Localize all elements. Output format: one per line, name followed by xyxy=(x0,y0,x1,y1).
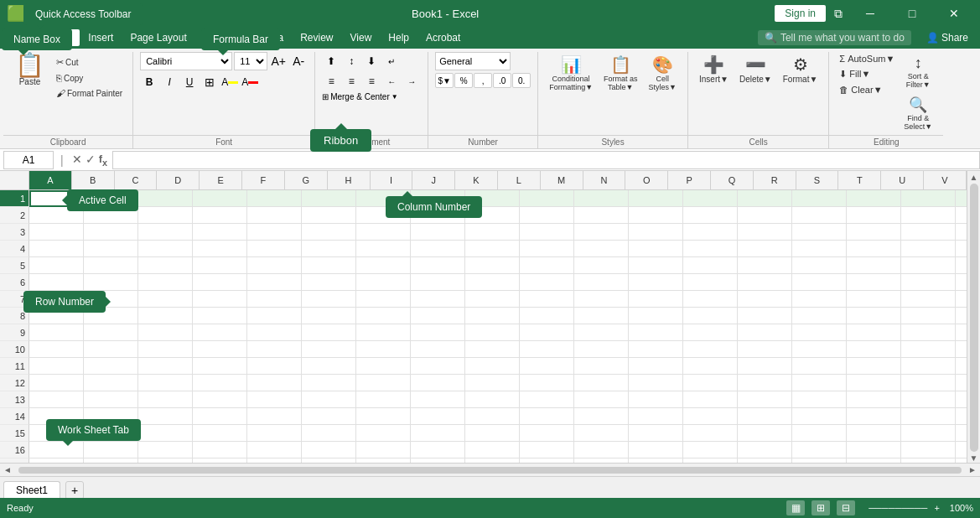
cell-D4[interactable] xyxy=(193,241,247,257)
zoom-plus-button[interactable]: + xyxy=(934,503,939,513)
cell-N11[interactable] xyxy=(738,358,792,375)
page-layout-view-button[interactable]: ⊞ xyxy=(811,500,830,515)
cell-P13[interactable] xyxy=(847,391,901,408)
cell-K12[interactable] xyxy=(574,375,629,391)
formula-input[interactable] xyxy=(112,151,980,169)
horizontal-scrollbar[interactable]: ◄ ► xyxy=(0,463,980,476)
cell-I8[interactable] xyxy=(465,308,520,324)
col-header-G[interactable]: G xyxy=(285,171,328,189)
cell-M8[interactable] xyxy=(683,308,738,324)
cell-K6[interactable] xyxy=(574,274,629,291)
cell-F11[interactable] xyxy=(302,358,356,375)
increase-decimal-button[interactable]: .0 xyxy=(493,73,511,88)
cell-J7[interactable] xyxy=(520,291,574,308)
cell-C6[interactable] xyxy=(138,274,193,291)
cell-B12[interactable] xyxy=(84,375,138,391)
cell-Q8[interactable] xyxy=(901,308,956,324)
fill-color-button[interactable]: A xyxy=(220,73,239,91)
cell-M9[interactable] xyxy=(683,324,738,341)
align-top-button[interactable]: ⬆ xyxy=(322,52,340,70)
scroll-up-button[interactable]: ▲ xyxy=(970,173,978,182)
cell-R16[interactable] xyxy=(956,442,967,458)
cell-M14[interactable] xyxy=(683,408,738,425)
row-number-5[interactable]: 5 xyxy=(0,257,29,274)
conditional-formatting-button[interactable]: 📊 ConditionalFormatting▼ xyxy=(545,52,597,94)
cell-K16[interactable] xyxy=(574,442,629,458)
cell-E12[interactable] xyxy=(247,375,302,391)
row-number-12[interactable]: 12 xyxy=(0,375,29,391)
cell-L13[interactable] xyxy=(629,391,683,408)
col-header-E[interactable]: E xyxy=(200,171,242,189)
cell-A12[interactable] xyxy=(29,375,84,391)
cell-P2[interactable] xyxy=(847,207,901,224)
cell-Q3[interactable] xyxy=(901,224,956,241)
cell-I5[interactable] xyxy=(465,257,520,274)
cell-M11[interactable] xyxy=(683,358,738,375)
cell-O2[interactable] xyxy=(792,207,847,224)
cell-A5[interactable] xyxy=(29,257,84,274)
cell-C14[interactable] xyxy=(138,408,193,425)
cell-L10[interactable] xyxy=(629,341,683,358)
cell-D10[interactable] xyxy=(193,341,247,358)
cell-I10[interactable] xyxy=(465,341,520,358)
cell-G10[interactable] xyxy=(356,341,411,358)
cell-F12[interactable] xyxy=(302,375,356,391)
menu-page-layout[interactable]: Page Layout xyxy=(122,29,194,46)
sort-filter-button[interactable]: ↕ Sort &Filter▼ xyxy=(900,52,936,91)
row-number-3[interactable]: 3 xyxy=(0,224,29,241)
cell-H11[interactable] xyxy=(411,358,465,375)
cell-B11[interactable] xyxy=(84,358,138,375)
cell-H16[interactable] xyxy=(411,442,465,458)
cell-H12[interactable] xyxy=(411,375,465,391)
cell-C3[interactable] xyxy=(138,224,193,241)
cell-G8[interactable] xyxy=(356,308,411,324)
cell-I9[interactable] xyxy=(465,324,520,341)
cell-J8[interactable] xyxy=(520,308,574,324)
row-number-11[interactable]: 11 xyxy=(0,358,29,375)
cell-P5[interactable] xyxy=(847,257,901,274)
cell-R6[interactable] xyxy=(956,274,967,291)
menu-review[interactable]: Review xyxy=(292,29,341,46)
cell-J12[interactable] xyxy=(520,375,574,391)
cell-K3[interactable] xyxy=(574,224,629,241)
cell-L5[interactable] xyxy=(629,257,683,274)
menu-view[interactable]: View xyxy=(342,29,381,46)
cell-H13[interactable] xyxy=(411,391,465,408)
cell-H15[interactable] xyxy=(411,425,465,442)
sheet-tab-sheet1[interactable]: Sheet1 xyxy=(3,481,60,500)
cell-A3[interactable] xyxy=(29,224,84,241)
cell-F3[interactable] xyxy=(302,224,356,241)
row-number-2[interactable]: 2 xyxy=(0,207,29,224)
align-middle-button[interactable]: ↕ xyxy=(342,52,360,70)
cell-Q14[interactable] xyxy=(901,408,956,425)
cell-P6[interactable] xyxy=(847,274,901,291)
cell-D15[interactable] xyxy=(193,425,247,442)
cell-R8[interactable] xyxy=(956,308,967,324)
cell-F5[interactable] xyxy=(302,257,356,274)
cell-L2[interactable] xyxy=(629,207,683,224)
cell-L14[interactable] xyxy=(629,408,683,425)
copy-button[interactable]: ⎘ Copy xyxy=(53,71,126,85)
cell-J14[interactable] xyxy=(520,408,574,425)
cell-N6[interactable] xyxy=(738,274,792,291)
cell-H3[interactable] xyxy=(411,224,465,241)
cell-N12[interactable] xyxy=(738,375,792,391)
cell-N13[interactable] xyxy=(738,391,792,408)
cell-N16[interactable] xyxy=(738,442,792,458)
indent-increase-button[interactable]: → xyxy=(402,72,421,91)
cell-R15[interactable] xyxy=(956,425,967,442)
cell-L12[interactable] xyxy=(629,375,683,391)
cell-K14[interactable] xyxy=(574,408,629,425)
align-right-button[interactable]: ≡ xyxy=(362,72,381,91)
cell-O13[interactable] xyxy=(792,391,847,408)
cell-R13[interactable] xyxy=(956,391,967,408)
cell-C7[interactable] xyxy=(138,291,193,308)
cell-E3[interactable] xyxy=(247,224,302,241)
cell-C15[interactable] xyxy=(138,425,193,442)
menu-insert[interactable]: Insert xyxy=(80,29,122,46)
menu-acrobat[interactable]: Acrobat xyxy=(417,29,469,46)
col-header-K[interactable]: K xyxy=(455,171,498,189)
col-header-O[interactable]: O xyxy=(625,171,668,189)
cell-F10[interactable] xyxy=(302,341,356,358)
cell-P10[interactable] xyxy=(847,341,901,358)
